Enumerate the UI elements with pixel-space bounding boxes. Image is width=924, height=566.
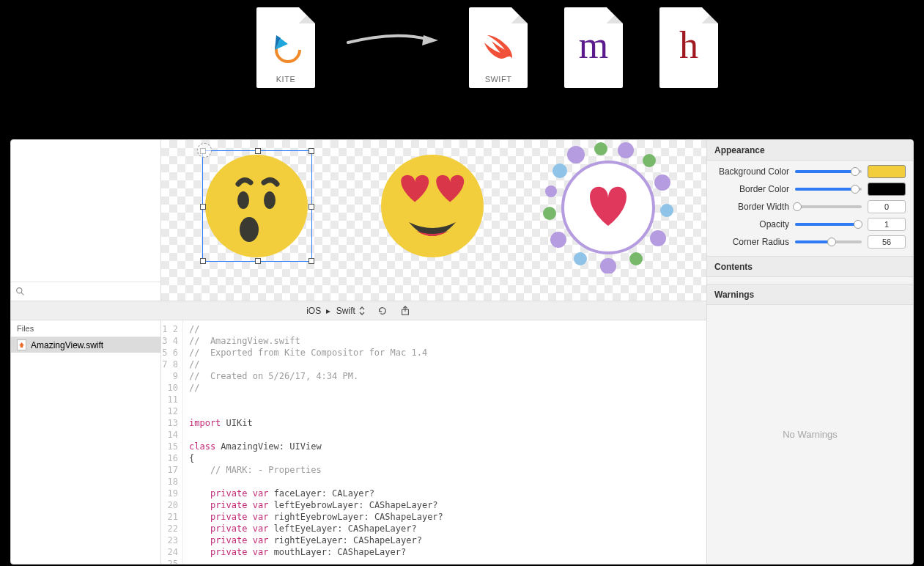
inspector-section-title: Contents — [707, 257, 913, 277]
line-gutter: 1 2 3 4 5 6 7 8 9 10 11 12 13 14 15 16 1… — [161, 320, 183, 564]
chevron-updown-icon — [358, 306, 366, 315]
file-icon-m: m — [564, 7, 623, 88]
kite-logo-icon — [256, 7, 315, 88]
border-color-swatch[interactable] — [868, 183, 906, 196]
file-row[interactable]: AmazingView.swift — [11, 337, 160, 353]
border-width-label: Border Width — [714, 202, 789, 212]
svg-point-14 — [629, 252, 643, 265]
bg-color-slider[interactable] — [795, 170, 862, 173]
border-color-slider[interactable] — [795, 188, 862, 191]
svg-point-16 — [574, 252, 587, 265]
refresh-button[interactable] — [377, 305, 388, 316]
bg-color-label: Background Color — [714, 166, 789, 177]
hero-black-area: KITE SWIFT m h — [0, 0, 924, 132]
code-content: // // AmazingView.swift // Exported from… — [183, 320, 706, 564]
file-icon-h: h — [659, 7, 718, 88]
opacity-label: Opacity — [714, 219, 789, 229]
flow-arrow-icon — [344, 29, 447, 51]
border-width-slider[interactable] — [795, 205, 862, 208]
inspector-panel: Appearance Background Color Border Color… — [706, 140, 913, 564]
file-icon-swift: SWIFT — [469, 7, 528, 88]
svg-point-12 — [660, 204, 673, 217]
svg-point-11 — [654, 174, 670, 191]
corner-radius-slider[interactable] — [795, 240, 862, 243]
border-width-value[interactable]: 0 — [868, 200, 906, 213]
swift-file-icon — [17, 339, 26, 350]
corner-radius-value[interactable]: 56 — [868, 235, 906, 249]
svg-point-10 — [643, 154, 656, 167]
opacity-value[interactable]: 1 — [868, 218, 906, 231]
canvas[interactable] — [161, 140, 706, 301]
border-color-label: Border Color — [714, 184, 789, 194]
app-window: Appearance Background Color Border Color… — [10, 139, 914, 565]
selection-handle[interactable] — [308, 258, 314, 264]
selection-handle[interactable] — [255, 148, 261, 154]
export-target-select[interactable]: iOS ▸ Swift — [306, 306, 366, 316]
h-glyph-icon: h — [659, 7, 718, 88]
files-panel: Files AmazingView.swift — [11, 320, 161, 564]
export-toolbar: iOS ▸ Swift — [11, 301, 706, 320]
swift-logo-icon — [469, 7, 528, 88]
m-glyph-icon: m — [564, 7, 623, 88]
search-bar[interactable] — [11, 282, 160, 301]
share-button[interactable] — [400, 305, 411, 316]
opacity-slider[interactable] — [795, 223, 862, 226]
inspector-section-title: Warnings — [707, 284, 913, 305]
inspector-section-title: Appearance — [707, 140, 913, 161]
search-icon — [15, 287, 25, 296]
svg-point-18 — [543, 207, 556, 220]
selection-handle[interactable] — [200, 204, 206, 210]
svg-point-19 — [545, 185, 557, 197]
selection-handle[interactable] — [308, 204, 314, 210]
svg-point-15 — [600, 258, 616, 273]
file-name: AmazingView.swift — [31, 340, 103, 350]
selection-handle[interactable] — [255, 258, 261, 264]
selection-handle[interactable] — [200, 258, 206, 264]
left-panel-top — [11, 140, 161, 301]
svg-point-1 — [17, 288, 22, 293]
svg-point-7 — [567, 146, 585, 163]
files-header: Files — [11, 320, 160, 337]
code-editor[interactable]: 1 2 3 4 5 6 7 8 9 10 11 12 13 14 15 16 1… — [161, 320, 706, 564]
svg-point-13 — [650, 230, 666, 246]
warnings-empty-state: No Warnings — [707, 305, 913, 564]
bg-color-swatch[interactable] — [868, 165, 906, 178]
svg-point-9 — [618, 142, 634, 158]
svg-line-2 — [21, 293, 23, 295]
file-icon-kite: KITE — [256, 7, 315, 88]
selection-handle[interactable] — [308, 148, 314, 154]
corner-radius-label: Corner Radius — [714, 237, 789, 247]
emoji-heart-bubble[interactable] — [542, 142, 674, 273]
svg-point-17 — [550, 232, 566, 248]
svg-point-6 — [552, 163, 567, 178]
emoji-heart-eyes[interactable] — [381, 155, 484, 257]
svg-point-8 — [594, 142, 607, 155]
selection-box[interactable] — [202, 150, 312, 262]
rotation-handle[interactable] — [197, 143, 212, 158]
